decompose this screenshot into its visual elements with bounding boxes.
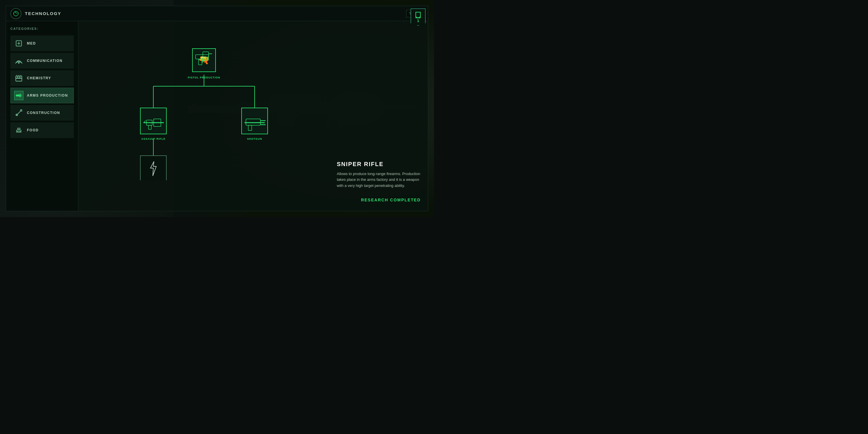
svg-text:PISTOL PRODUCTION: PISTOL PRODUCTION bbox=[188, 76, 220, 79]
app-logo bbox=[10, 8, 22, 19]
svg-point-12 bbox=[13, 11, 19, 16]
info-title: SNIPER RIFLE bbox=[337, 161, 421, 167]
sidebar-item-chemistry[interactable]: CHEMISTRY bbox=[10, 70, 74, 86]
sidebar-item-label-chemistry: CHEMISTRY bbox=[27, 76, 51, 80]
research-status: RESEARCH COMPLETED bbox=[337, 197, 421, 202]
sidebar: CATEGORIES: MED bbox=[6, 21, 79, 211]
communication-icon bbox=[14, 56, 24, 65]
assault-rifle-node: ASSAULT RIFLE bbox=[140, 108, 166, 140]
bookmark-button[interactable]: 1 bbox=[410, 8, 426, 26]
svg-text:SHOTGUN: SHOTGUN bbox=[247, 137, 262, 140]
sidebar-item-label-construction: CONSTRUCTION bbox=[27, 111, 60, 115]
arms-production-icon bbox=[14, 91, 24, 100]
shotgun-node: SHOTGUN bbox=[242, 108, 268, 140]
info-description: Allows to produce long-range firearms. P… bbox=[337, 171, 421, 189]
main-content: CATEGORIES: MED bbox=[6, 21, 428, 211]
bookmark-count: 1 bbox=[417, 19, 419, 23]
sidebar-item-food[interactable]: FOOD bbox=[10, 122, 74, 138]
med-icon bbox=[14, 39, 24, 48]
svg-text:ASSAULT RIFLE: ASSAULT RIFLE bbox=[141, 137, 165, 140]
sniper-rifle-node: SNIPER RIFLE bbox=[140, 156, 166, 180]
window-title: TECHNOLOGY bbox=[25, 11, 406, 16]
info-panel: SNIPER RIFLE Allows to produce long-rang… bbox=[330, 21, 428, 211]
construction-icon bbox=[14, 108, 24, 118]
chemistry-icon bbox=[14, 73, 24, 83]
svg-rect-47 bbox=[140, 108, 166, 134]
sidebar-item-construction[interactable]: CONSTRUCTION bbox=[10, 105, 74, 121]
tech-tree-area: 🔫 ⊢ PISTOL PRODUCTION bbox=[79, 21, 330, 211]
title-bar: TECHNOLOGY ? ✕ bbox=[6, 6, 428, 21]
sidebar-item-med[interactable]: MED bbox=[10, 36, 74, 51]
sidebar-item-label-arms: ARMS PRODUCTION bbox=[27, 93, 68, 97]
sidebar-item-label-food: FOOD bbox=[27, 128, 39, 132]
categories-label: CATEGORIES: bbox=[10, 27, 74, 30]
main-window: 1 TECHNOLOGY ? ✕ CATEGORIES: bbox=[6, 6, 428, 211]
sidebar-item-label-med: MED bbox=[27, 41, 36, 45]
pistol-production-node: 🔫 ⊢ PISTOL PRODUCTION bbox=[188, 49, 220, 79]
sidebar-item-label-communication: COMMUNICATION bbox=[27, 59, 62, 63]
sidebar-item-communication[interactable]: COMMUNICATION bbox=[10, 53, 74, 69]
food-icon bbox=[14, 126, 24, 135]
svg-point-20 bbox=[18, 62, 20, 63]
sidebar-item-arms-production[interactable]: ARMS PRODUCTION bbox=[10, 88, 74, 103]
tech-tree-svg: 🔫 ⊢ PISTOL PRODUCTION bbox=[103, 30, 305, 180]
